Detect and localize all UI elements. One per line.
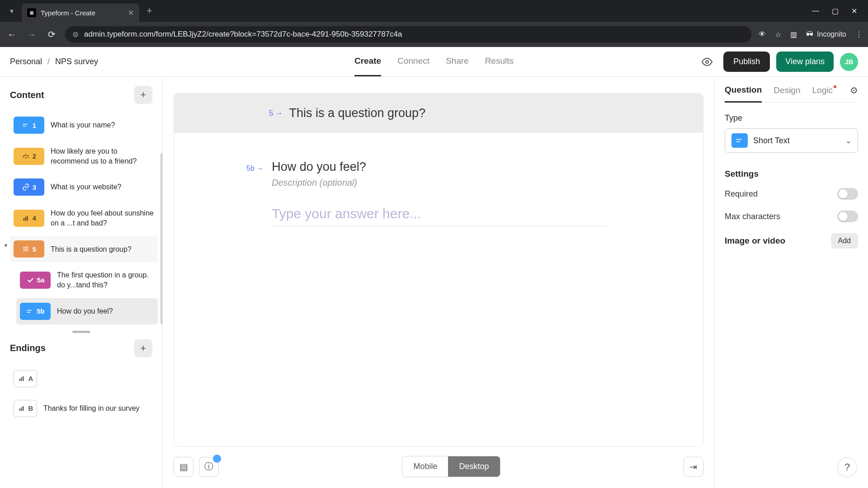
- avatar[interactable]: JB: [840, 53, 858, 71]
- svg-point-0: [706, 61, 708, 63]
- mobile-view-button[interactable]: Mobile: [402, 456, 448, 477]
- close-window-icon[interactable]: ✕: [851, 7, 857, 15]
- sub-question-title[interactable]: How do you feel?: [272, 160, 366, 174]
- browser-tab[interactable]: ⊞ Typeform - Create ✕: [22, 4, 139, 22]
- content-item-5b[interactable]: 5b How do you feel?: [16, 298, 158, 324]
- svg-rect-10: [27, 310, 32, 311]
- media-section: Image or video Add: [725, 233, 858, 249]
- nav-bar: ← → ⟳ ⚙ admin.typeform.com/form/LEBJjyZ2…: [0, 22, 868, 47]
- svg-rect-1: [23, 124, 28, 125]
- media-heading: Image or video: [725, 236, 785, 246]
- eye-icon: [702, 56, 712, 67]
- app-header: Personal / NPS survey Create Connect Sha…: [0, 47, 868, 77]
- required-toggle[interactable]: [837, 188, 858, 200]
- item-label: How do you feel about sunshine on a ...t…: [51, 208, 154, 228]
- svg-rect-11: [27, 312, 30, 313]
- gear-icon[interactable]: ⚙: [850, 85, 858, 102]
- preview-button[interactable]: [697, 52, 717, 72]
- layout-button[interactable]: ▤: [174, 457, 193, 477]
- desktop-view-button[interactable]: Desktop: [448, 456, 500, 477]
- chevron-down-icon[interactable]: ▾: [5, 242, 7, 249]
- panel-icon[interactable]: ▥: [790, 30, 797, 39]
- help-button[interactable]: ?: [837, 457, 857, 477]
- group-title: This is a question group?: [289, 106, 425, 120]
- content-item-5[interactable]: ▾ 5 This is a question group?: [10, 236, 158, 262]
- item-label: What is your website?: [51, 182, 154, 192]
- type-value: Short Text: [753, 136, 840, 145]
- content-item-4[interactable]: 4 How do you feel about sunshine on a ..…: [10, 204, 158, 232]
- collapse-panel-button[interactable]: ⇥: [684, 457, 703, 477]
- accessibility-button[interactable]: ⓘ: [199, 457, 219, 477]
- item-label: How likely are you to recommend us to a …: [51, 146, 154, 166]
- short-text-icon: 1: [14, 117, 44, 134]
- tab-create[interactable]: Create: [354, 47, 381, 76]
- svg-rect-13: [21, 377, 22, 381]
- panel-tab-logic[interactable]: Logic: [812, 85, 833, 102]
- url-bar[interactable]: ⚙ admin.typeform.com/form/LEBJjyZ2/creat…: [65, 26, 751, 42]
- panel-tab-design[interactable]: Design: [774, 85, 800, 102]
- chevron-down-icon: ⌄: [845, 136, 851, 145]
- sub-question: 5b → How do you feel? Description (optio…: [174, 133, 703, 244]
- setting-maxchars: Max characters: [725, 211, 858, 222]
- add-content-button[interactable]: +: [134, 86, 152, 104]
- content-item-3[interactable]: 3 What is your website?: [10, 174, 158, 200]
- endings-list: A B Thanks for filling in our survey: [0, 366, 162, 425]
- group-header[interactable]: 5 → This is a question group?: [174, 94, 703, 133]
- content-item-5a[interactable]: 5a The first question in a group. do y..…: [16, 266, 158, 294]
- add-media-button[interactable]: Add: [831, 233, 858, 249]
- item-label: The first question in a group. do y...ta…: [57, 270, 154, 290]
- svg-rect-17: [23, 406, 24, 411]
- tab-results[interactable]: Results: [485, 47, 514, 76]
- bookmark-icon[interactable]: ☆: [775, 30, 781, 39]
- panel-tabs: Question Design Logic ⚙: [725, 85, 858, 103]
- gauge-icon: 2: [14, 148, 44, 165]
- content-item-2[interactable]: 2 How likely are you to recommend us to …: [10, 142, 158, 170]
- panel-tab-question[interactable]: Question: [725, 85, 762, 103]
- tab-connect[interactable]: Connect: [397, 47, 429, 76]
- svg-rect-15: [19, 408, 20, 411]
- drag-handle[interactable]: [72, 331, 90, 333]
- window-controls: — ▢ ✕: [812, 7, 864, 15]
- canvas: 5 → This is a question group? 5b → How d…: [163, 77, 714, 488]
- svg-rect-5: [25, 217, 26, 221]
- maximize-icon[interactable]: ▢: [832, 7, 839, 15]
- sub-question-number: 5b →: [246, 164, 264, 173]
- ending-icon: B: [14, 400, 37, 417]
- content-item-1[interactable]: 1 What is your name?: [10, 112, 158, 138]
- svg-rect-19: [736, 141, 740, 142]
- link-icon: 3: [14, 178, 44, 196]
- required-label: Required: [725, 189, 758, 199]
- ending-label: Thanks for filling in our survey: [43, 404, 149, 413]
- add-ending-button[interactable]: +: [134, 339, 152, 357]
- incognito-icon: 🕶: [806, 30, 813, 38]
- answer-input[interactable]: Type your answer here...: [272, 206, 608, 226]
- question-card: 5 → This is a question group? 5b → How d…: [174, 93, 703, 447]
- type-dropdown[interactable]: Short Text ⌄: [725, 128, 858, 153]
- forward-button[interactable]: →: [25, 29, 38, 40]
- minimize-icon[interactable]: —: [812, 7, 819, 15]
- description-placeholder[interactable]: Description (optional): [272, 178, 608, 188]
- incognito-badge[interactable]: 🕶 Incognito: [806, 30, 846, 38]
- tab-search-dropdown[interactable]: ▾: [4, 3, 20, 19]
- back-button[interactable]: ←: [5, 29, 18, 40]
- view-plans-button[interactable]: View plans: [776, 52, 834, 72]
- tab-share[interactable]: Share: [446, 47, 469, 76]
- workspace-link[interactable]: Personal: [10, 57, 42, 66]
- menu-icon[interactable]: ⋮: [855, 30, 863, 39]
- content-title: Content: [10, 90, 44, 100]
- ending-item-a[interactable]: A: [10, 366, 152, 392]
- settings-heading: Settings: [725, 169, 858, 179]
- form-name[interactable]: NPS survey: [55, 57, 98, 66]
- ending-icon: A: [14, 370, 37, 387]
- svg-rect-14: [23, 376, 24, 381]
- svg-rect-9: [23, 250, 28, 251]
- site-settings-icon[interactable]: ⚙: [72, 30, 79, 39]
- eye-off-icon[interactable]: 👁: [759, 30, 766, 38]
- ending-item-b[interactable]: B Thanks for filling in our survey: [10, 395, 152, 422]
- maxchars-toggle[interactable]: [837, 211, 858, 222]
- close-tab-icon[interactable]: ✕: [128, 9, 134, 17]
- reload-button[interactable]: ⟳: [45, 29, 58, 40]
- endings-title: Endings: [10, 343, 46, 353]
- new-tab-button[interactable]: +: [141, 5, 158, 17]
- publish-button[interactable]: Publish: [723, 52, 770, 72]
